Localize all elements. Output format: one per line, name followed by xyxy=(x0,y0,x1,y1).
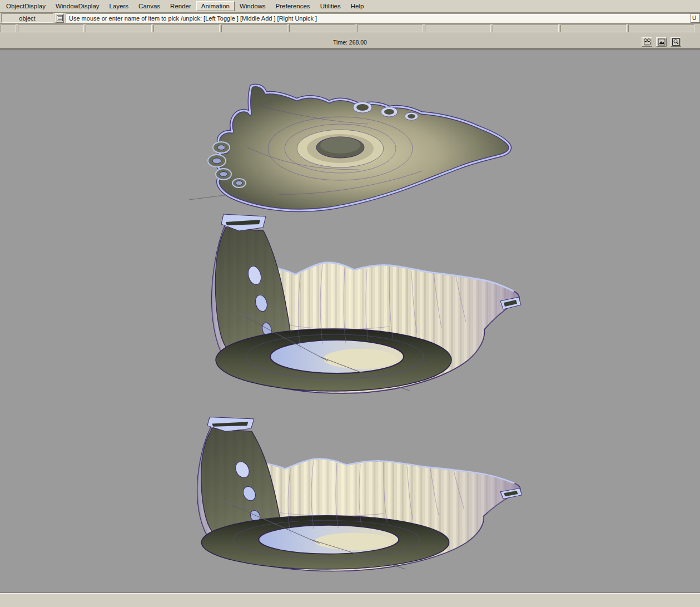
prompt-context-label: object xyxy=(1,13,53,23)
prompt-corner-button[interactable]: U xyxy=(691,13,700,23)
status-bar xyxy=(0,593,700,607)
shelf-cell[interactable] xyxy=(1,24,16,32)
shelf-cell[interactable] xyxy=(221,24,287,32)
shelf-cell[interactable] xyxy=(18,24,84,32)
shelf-cell[interactable] xyxy=(425,24,491,32)
model-housing-bottom[interactable] xyxy=(197,417,522,571)
shelf-cell[interactable] xyxy=(357,24,423,32)
shelf-cell[interactable] xyxy=(628,24,694,32)
prompt-line-row: object Use mouse or enter name of item t… xyxy=(0,13,700,24)
prompt-history-icon[interactable] xyxy=(55,13,64,23)
menu-item-preferences[interactable]: Preferences xyxy=(271,1,315,11)
image-glyph xyxy=(658,38,666,46)
model-housing-middle[interactable] xyxy=(212,214,521,393)
time-display: Time: 268.00 xyxy=(0,39,700,46)
shelf-row xyxy=(0,24,700,33)
camera-glyph xyxy=(643,38,652,46)
menu-item-help[interactable]: Help xyxy=(346,1,369,11)
scene-canvas xyxy=(0,50,700,593)
snapshot-icon[interactable] xyxy=(656,37,667,47)
zoom-view-icon[interactable] xyxy=(671,37,681,47)
magnifier-glyph xyxy=(672,38,680,46)
timebar-icons xyxy=(642,37,681,47)
shelf-cell[interactable] xyxy=(289,24,355,32)
menu-item-layers[interactable]: Layers xyxy=(105,1,134,11)
prompt-input[interactable]: Use mouse or enter name of item to pick … xyxy=(66,13,691,23)
shelf-cell[interactable] xyxy=(560,24,627,32)
time-bar: Time: 268.00 xyxy=(0,33,700,50)
menu-item-windows[interactable]: Windows xyxy=(235,1,271,11)
shelf-cell[interactable] xyxy=(153,24,220,32)
list-lines-icon xyxy=(57,15,63,21)
menu-item-render[interactable]: Render xyxy=(165,1,196,11)
menu-item-animation[interactable]: Animation xyxy=(196,1,235,11)
shelf-cell[interactable] xyxy=(86,24,152,32)
model-top-plate[interactable] xyxy=(189,86,510,211)
menu-item-windowdisplay[interactable]: WindowDisplay xyxy=(51,1,105,11)
menu-item-canvas[interactable]: Canvas xyxy=(133,1,165,11)
menu-bar: ObjectDisplay WindowDisplay Layers Canva… xyxy=(0,0,700,13)
menu-item-utilities[interactable]: Utilities xyxy=(315,1,346,11)
render-camera-icon[interactable] xyxy=(642,37,652,47)
viewport-3d[interactable] xyxy=(0,50,700,593)
menu-item-objectdisplay[interactable]: ObjectDisplay xyxy=(1,1,51,11)
shelf-cell[interactable] xyxy=(493,24,559,32)
alias-studio-window: ObjectDisplay WindowDisplay Layers Canva… xyxy=(0,0,700,607)
